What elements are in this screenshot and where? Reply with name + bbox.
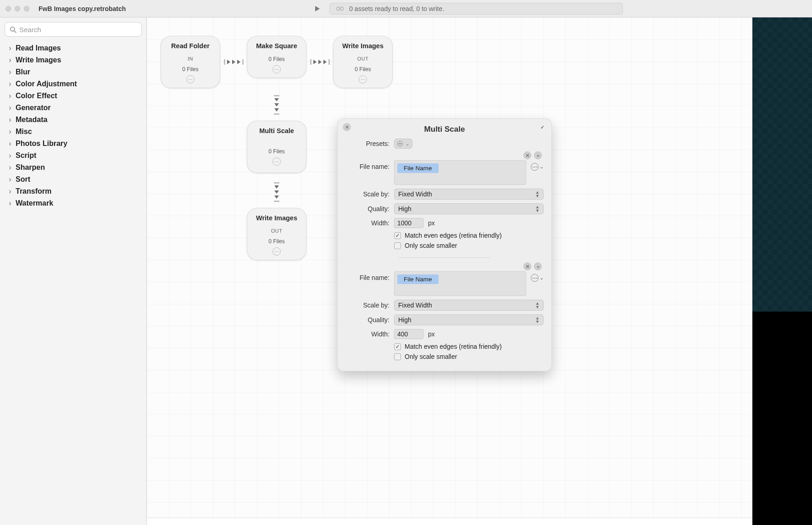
chevron-down-icon: ⌄: [539, 275, 544, 281]
search-icon: [10, 26, 17, 33]
node-title: Multi Scale: [250, 127, 303, 134]
category-item[interactable]: › Color Effect: [6, 90, 143, 102]
node-read-folder[interactable]: Read Folder IN 0 Files ⋯: [161, 36, 220, 88]
preset-block: ✕ ＋ File name: File Name ⋯ ⌄ Scale by: F…: [345, 151, 544, 258]
category-label: Transform: [16, 187, 51, 195]
match-edges-checkbox[interactable]: [394, 343, 401, 350]
scale-by-value: Fixed Width: [398, 302, 432, 309]
window-titlebar: FwB Images copy.retrobatch 0 assets read…: [0, 0, 812, 17]
category-item[interactable]: › Color Adjustment: [6, 78, 143, 90]
width-input[interactable]: [394, 218, 423, 228]
category-item[interactable]: › Sharpen: [6, 162, 143, 173]
chevron-right-icon: ›: [7, 104, 13, 112]
category-item[interactable]: › Script: [6, 150, 143, 162]
scale-by-label: Scale by:: [345, 190, 389, 198]
run-button[interactable]: [314, 5, 321, 12]
width-input[interactable]: [394, 329, 423, 339]
width-unit: px: [428, 330, 435, 338]
token-menu-button[interactable]: ⋯: [531, 163, 539, 171]
node-title: Read Folder: [164, 42, 217, 50]
close-window-button[interactable]: [6, 6, 11, 11]
only-smaller-checkbox[interactable]: [394, 353, 401, 360]
category-item[interactable]: › Metadata: [6, 114, 143, 126]
ellipsis-icon[interactable]: ⋯: [273, 157, 281, 166]
chevron-right-icon: ›: [7, 175, 13, 184]
quality-value: High: [398, 316, 412, 324]
category-label: Sharpen: [16, 163, 45, 172]
inspector-panel: ✕ ✓ Multi Scale Presets: ⌄ ✕ ＋ File name…: [337, 118, 552, 371]
node-write-images[interactable]: Write Images OUT 0 Files ⋯: [333, 36, 393, 88]
file-name-token[interactable]: File Name: [397, 163, 439, 173]
svg-point-2: [340, 7, 344, 10]
node-subtitle: 0 Files: [337, 66, 389, 73]
presets-dropdown[interactable]: ⌄: [394, 139, 412, 149]
scale-by-label: Scale by:: [345, 302, 389, 309]
chevron-right-icon: ›: [7, 92, 13, 100]
scale-by-select[interactable]: Fixed Width ▲▼: [394, 189, 544, 200]
svg-marker-0: [315, 6, 320, 11]
only-smaller-label: Only scale smaller: [405, 353, 457, 360]
search-input[interactable]: [19, 26, 137, 34]
scale-by-select[interactable]: Fixed Width ▲▼: [394, 300, 544, 311]
category-item[interactable]: › Write Images: [6, 54, 143, 66]
connector: [273, 178, 280, 206]
only-smaller-checkbox[interactable]: [394, 242, 401, 249]
remove-preset-button[interactable]: ✕: [523, 262, 531, 270]
category-item[interactable]: › Sort: [6, 173, 143, 185]
file-name-field[interactable]: File Name: [394, 271, 526, 296]
chevron-right-icon: ›: [7, 151, 13, 160]
add-preset-button[interactable]: ＋: [534, 151, 542, 159]
category-item[interactable]: › Read Images: [6, 42, 143, 54]
enabled-checkbox[interactable]: ✓: [538, 123, 546, 131]
quality-select[interactable]: High ▲▼: [394, 203, 544, 214]
ellipsis-icon[interactable]: ⋯: [273, 247, 281, 256]
close-icon[interactable]: ✕: [343, 123, 351, 131]
zoom-window-button[interactable]: [24, 6, 29, 11]
category-list: › Read Images › Write Images › Blur › Co…: [0, 41, 146, 209]
node-write-images-2[interactable]: Write Images OUT 0 Files ⋯: [247, 208, 306, 260]
inspector-title: Multi Scale: [345, 125, 544, 134]
category-label: Script: [16, 151, 36, 160]
ellipsis-icon[interactable]: ⋯: [359, 75, 367, 84]
category-item[interactable]: › Blur: [6, 66, 143, 78]
chevron-right-icon: ›: [7, 68, 13, 76]
match-edges-checkbox[interactable]: [394, 232, 401, 239]
category-item[interactable]: › Transform: [6, 185, 143, 197]
ellipsis-icon[interactable]: ⋯: [273, 65, 281, 73]
category-item[interactable]: › Generator: [6, 102, 143, 114]
scale-by-value: Fixed Width: [398, 190, 432, 198]
chevron-right-icon: ›: [7, 128, 13, 136]
file-name-token[interactable]: File Name: [397, 274, 439, 284]
minimize-window-button[interactable]: [15, 6, 20, 11]
category-label: Sort: [16, 175, 30, 184]
category-label: Blur: [16, 68, 30, 76]
category-label: Generator: [16, 104, 50, 112]
node-make-square[interactable]: Make Square 0 Files ⋯: [247, 36, 306, 78]
category-item[interactable]: › Photos Library: [6, 138, 143, 150]
category-label: Write Images: [16, 56, 61, 64]
svg-point-1: [337, 7, 340, 10]
connector: [220, 59, 247, 65]
category-item[interactable]: › Watermark: [6, 197, 143, 209]
quality-label: Quality:: [345, 316, 389, 324]
bottom-strip: [147, 518, 752, 525]
chevron-right-icon: ›: [7, 163, 13, 172]
category-item[interactable]: › Misc: [6, 126, 143, 138]
node-subtitle: 0 Files: [250, 148, 303, 155]
quality-select[interactable]: High ▲▼: [394, 314, 544, 325]
ellipsis-icon[interactable]: ⋯: [186, 75, 195, 84]
remove-preset-button[interactable]: ✕: [523, 151, 531, 159]
search-field[interactable]: [5, 22, 142, 37]
up-down-icon: ▲▼: [535, 316, 539, 324]
category-label: Photos Library: [16, 140, 67, 148]
status-text: 0 assets ready to read, 0 to write.: [349, 5, 444, 12]
file-name-field[interactable]: File Name: [394, 160, 526, 185]
add-preset-button[interactable]: ＋: [534, 262, 542, 270]
canvas[interactable]: Read Folder IN 0 Files ⋯ Make Square 0 F…: [147, 17, 752, 525]
only-smaller-label: Only scale smaller: [405, 242, 457, 249]
node-title: Write Images: [250, 214, 303, 222]
node-multi-scale[interactable]: Multi Scale 0 Files ⋯: [247, 121, 306, 173]
category-label: Metadata: [16, 116, 47, 124]
node-tag: OUT: [337, 56, 389, 61]
token-menu-button[interactable]: ⋯: [531, 274, 539, 282]
